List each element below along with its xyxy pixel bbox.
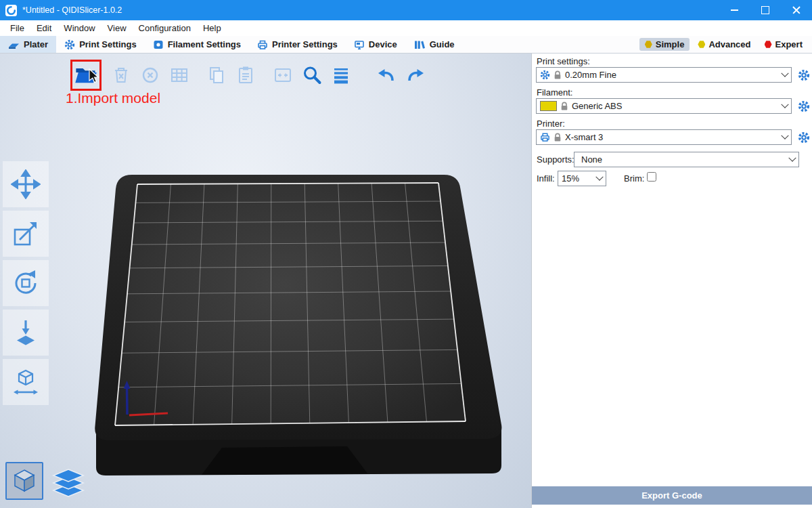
advanced-mode-icon [698,41,705,48]
tab-filament-settings[interactable]: Filament Settings [145,36,249,53]
lock-icon [554,133,562,142]
3d-view-button[interactable] [5,462,43,500]
search-button search-icon[interactable] [301,64,323,86]
measure-icon [11,367,41,397]
mode-switcher: Simple Advanced Expert [639,36,812,53]
print-bed[interactable] [76,159,510,484]
mode-label: Simple [656,39,685,49]
app-window: *Untitled - QIDISlicer-1.0.2 File Edit W… [0,0,812,508]
split-button split-window-icon[interactable] [272,64,294,86]
scale-icon [11,219,41,249]
tab-label: Guide [430,39,455,49]
view-switcher [5,462,87,500]
paste-button clipboard-icon[interactable] [235,64,256,86]
mode-simple[interactable]: Simple [639,38,690,51]
tab-label: Printer Settings [272,39,338,49]
printer-value: X-smart 3 [565,132,603,142]
print-settings-select[interactable]: 0.20mm Fine [536,67,792,83]
supports-label: Supports: [537,154,574,165]
mode-label: Expert [775,39,803,49]
menu-help[interactable]: Help [197,20,227,36]
bed-handle-notch [202,446,367,475]
scale-gizmo-button[interactable] [3,211,49,257]
dropdown-arrow-icon [786,152,798,167]
delete-button trash-icon[interactable] [110,64,132,86]
brim-label: Brim: [624,173,644,184]
dropdown-arrow-icon [779,68,791,82]
printer-gear-button[interactable] [798,131,810,144]
move-gizmo-button[interactable] [3,161,49,207]
app-logo-icon [5,5,17,16]
infill-value: 15% [562,173,579,184]
menu-window[interactable]: Window [58,20,101,36]
supports-select[interactable]: None [574,152,799,167]
window-title: *Untitled - QIDISlicer-1.0.2 [22,5,122,15]
minimize-icon [731,9,738,11]
arrange-button table-icon[interactable] [168,64,190,86]
printer-select[interactable]: X-smart 3 [536,129,792,145]
tab-plater[interactable]: Plater [0,36,56,53]
gizmo-toolbar [3,161,49,405]
menu-view[interactable]: View [102,20,133,36]
lock-icon [554,70,562,79]
rotate-gizmo-button[interactable] [3,260,49,306]
tab-label: Device [369,39,397,49]
infill-select[interactable]: 15% [558,171,606,186]
filament-value: Generic ABS [572,101,622,111]
mouse-cursor-icon [89,68,99,83]
filament-gear-button[interactable] [798,100,810,112]
filament-spool-icon [153,39,164,50]
bed-grid-surface [115,183,466,425]
supports-value: None [581,154,602,165]
tab-device[interactable]: Device [346,36,405,53]
mode-expert[interactable]: Expert [759,38,808,51]
rotate-icon [11,268,41,298]
tab-label: Plater [24,39,48,49]
maximize-button[interactable] [750,0,781,20]
layers-view-button[interactable] [50,466,87,500]
undo-button undo-arrow-icon[interactable] [376,64,397,86]
mode-advanced[interactable]: Advanced [692,38,756,51]
print-settings-gear-button[interactable] [798,69,810,81]
filament-select[interactable]: Generic ABS [536,98,792,114]
window-controls [719,0,812,20]
print-settings-value: 0.20mm Fine [565,70,616,80]
close-icon [792,6,800,14]
gear-icon [798,100,810,112]
device-monitor-icon [354,39,365,50]
layer-height-button layers-lines-icon[interactable] [330,64,352,86]
dropdown-arrow-icon [779,130,791,144]
settings-sidebar: Print settings: 0.20mm Fine Filament: Ge… [531,54,812,508]
copy-button copy-icon[interactable] [206,64,227,86]
tab-guide[interactable]: Guide [405,36,463,53]
tab-printer-settings[interactable]: Printer Settings [249,36,346,53]
menu-configuration[interactable]: Configuration [133,20,197,36]
expert-mode-icon [765,41,772,48]
plater-toolbar [70,60,434,91]
tab-label: Print Settings [79,39,137,49]
export-gcode-button[interactable]: Export G-code [532,486,812,505]
delete-all-button x-circle-icon[interactable] [139,64,161,86]
viewport-3d[interactable]: 1.Import model [0,54,531,508]
guide-book-icon [413,39,426,50]
minimize-button[interactable] [719,0,750,20]
print-settings-label: Print settings: [537,56,590,66]
dropdown-arrow-icon [593,171,606,186]
redo-button redo-arrow-icon[interactable] [405,64,426,86]
menu-file[interactable]: File [4,20,30,36]
filament-color-swatch [540,101,557,111]
simple-mode-icon [645,41,652,48]
gear-icon [798,131,810,144]
place-on-face-gizmo-button[interactable] [3,310,49,356]
dropdown-arrow-icon [779,99,791,113]
close-button[interactable] [781,0,812,20]
menu-edit[interactable]: Edit [30,20,58,36]
tab-print-settings[interactable]: Print Settings [56,36,145,53]
brim-checkbox[interactable] [647,172,656,182]
infill-label: Infill: [537,173,555,184]
plater-icon [8,39,20,50]
measure-gizmo-button[interactable] [3,359,49,405]
titlebar: *Untitled - QIDISlicer-1.0.2 [0,0,812,20]
printer-icon [540,132,550,142]
layers-stack-icon [51,467,86,499]
